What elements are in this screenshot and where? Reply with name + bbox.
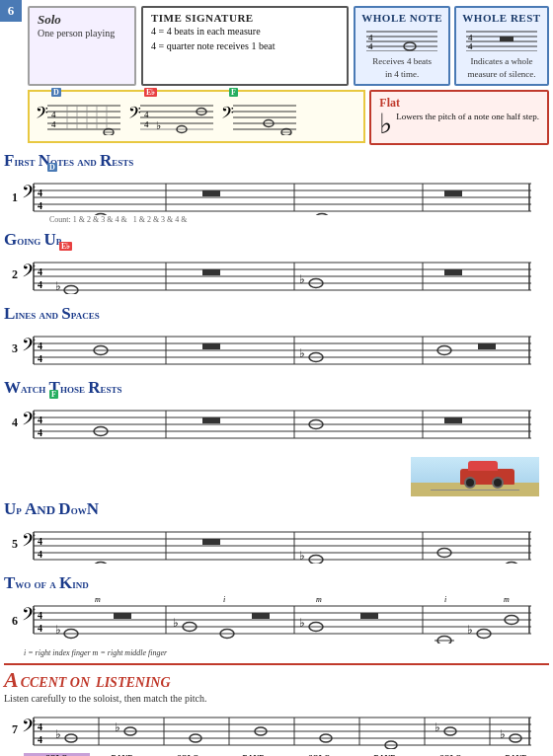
- staff-7: 𝄢 4 4: [20, 706, 549, 753]
- row-2-num: 2: [4, 267, 18, 282]
- svg-text:4: 4: [51, 110, 56, 119]
- flat-symbol: ♭: [379, 111, 392, 138]
- svg-text:4: 4: [468, 41, 473, 51]
- solo-box-title: Solo: [38, 12, 126, 28]
- section-two-kind-title: Two of a Kind: [4, 573, 549, 593]
- whole-note-title: Whole Note: [361, 12, 442, 24]
- svg-text:m: m: [316, 595, 322, 604]
- finger-note: i = right index finger m = right middle …: [24, 648, 549, 657]
- row-7-num: 7: [4, 722, 18, 737]
- svg-text:𝄢: 𝄢: [221, 104, 234, 125]
- row-4: 4 F 𝄢 4 4: [4, 399, 549, 446]
- whole-note-body: Receives 4 beats in 4 time.: [361, 55, 442, 80]
- flat-body: Lowers the pitch of a note one half step…: [396, 111, 539, 123]
- time-sig-box: Time Signature 4 = 4 beats in each measu…: [141, 6, 349, 86]
- staff-2-svg: 𝄢 4 4 ♭: [20, 251, 533, 294]
- accent-listening-text: LISTENING: [96, 675, 170, 691]
- svg-text:4: 4: [38, 623, 42, 634]
- svg-text:♭: ♭: [55, 727, 61, 741]
- svg-text:i: i: [444, 595, 446, 604]
- svg-text:m: m: [504, 595, 510, 604]
- svg-text:m: m: [95, 595, 101, 604]
- section-up-down: Up AND DowN 5 𝄢 4 4: [4, 499, 549, 567]
- car-roof: [468, 461, 498, 471]
- row-6-num: 6: [4, 614, 18, 629]
- svg-text:♭: ♭: [299, 346, 305, 360]
- staff-6: 𝄢 4 4 m i m i: [20, 594, 549, 647]
- row-7: 7 𝄢 4 4: [4, 706, 549, 753]
- section-first-notes-title: First Notes and Rests: [4, 151, 549, 171]
- flat-box: Flat ♭ Lowers the pitch of a note one ha…: [369, 90, 549, 145]
- svg-rect-140: [202, 539, 220, 545]
- section-lines-spaces-title: Lines and Spaces: [4, 304, 549, 324]
- page-number: 6: [0, 0, 22, 22]
- whole-rest-staff: 4 4: [462, 24, 541, 51]
- eb-staff-example: 𝄢 4 4 ♭: [126, 96, 215, 135]
- svg-rect-69: [444, 190, 462, 196]
- accent-title-row: A CCENT ON LISTENING: [4, 667, 549, 693]
- svg-text:4: 4: [38, 279, 42, 290]
- svg-point-175: [437, 637, 451, 644]
- whole-note-staff: 4 4: [362, 24, 441, 51]
- svg-text:4: 4: [38, 200, 42, 211]
- svg-text:𝄢: 𝄢: [36, 104, 48, 125]
- svg-rect-103: [202, 343, 220, 349]
- section-watch-rests-title: Watch Those Rests: [4, 378, 549, 398]
- svg-text:4: 4: [368, 41, 373, 51]
- svg-text:𝄢: 𝄢: [128, 104, 141, 125]
- svg-text:4: 4: [38, 415, 42, 425]
- car-illustration: [4, 442, 539, 496]
- whole-rest-box: Whole Rest 4 4 I: [454, 6, 549, 86]
- staff-4-svg: 𝄢 4 4: [20, 399, 533, 442]
- svg-rect-66: [202, 190, 220, 196]
- section-going-up: Going Up 2 E♭ 𝄢 4 4: [4, 230, 549, 298]
- row-1: 1 D 𝄢 4 4: [4, 172, 549, 224]
- whole-note-box: Whole Note 4 4 R: [354, 6, 450, 86]
- time-sig-body: 4 = 4 beats in each measure 4 = quarter …: [151, 24, 339, 53]
- staff-4: F 𝄢 4 4: [20, 399, 549, 446]
- svg-text:♭: ♭: [55, 623, 61, 637]
- staff-1-svg: 𝄢 4 4: [20, 172, 533, 215]
- d-staff-example: 𝄢 4 4: [34, 96, 122, 135]
- svg-point-68: [315, 214, 329, 216]
- time-sig-title: Time Signature: [151, 12, 339, 24]
- staff-3-svg: 𝄢 4 4: [20, 325, 533, 368]
- svg-text:♭: ♭: [115, 720, 120, 734]
- staff-5: 𝄢 4 4: [20, 520, 549, 567]
- whole-rest-title: Whole Rest: [462, 12, 541, 24]
- staff-7-svg: 𝄢 4 4: [20, 706, 533, 749]
- svg-text:♭: ♭: [434, 720, 440, 734]
- solo-box-body: One person playing: [38, 28, 126, 38]
- svg-text:4: 4: [38, 353, 42, 364]
- svg-text:♭: ♭: [55, 279, 61, 293]
- accent-section: A CCENT ON LISTENING Listen carefully to…: [4, 663, 549, 756]
- section-watch-rests: Watch Those Rests 4 F 𝄢 4 4: [4, 378, 549, 446]
- staff-3: 𝄢 4 4: [20, 325, 549, 372]
- svg-point-139: [94, 563, 108, 565]
- svg-point-145: [505, 563, 518, 565]
- accent-title-text: CCENT ON: [21, 675, 90, 691]
- page: 6 Solo One person playing Time Signature…: [0, 0, 553, 756]
- staff-2: E♭ 𝄢 4 4 ♭: [20, 251, 549, 298]
- svg-text:4: 4: [38, 266, 42, 277]
- svg-text:i: i: [223, 595, 225, 604]
- d-label: D: [51, 88, 61, 97]
- svg-rect-166: [114, 613, 131, 619]
- svg-text:♭: ♭: [156, 119, 161, 131]
- f-staff-example: 𝄢: [219, 96, 298, 135]
- svg-text:♭: ♭: [299, 616, 305, 630]
- eb-note-label-2: E♭: [59, 242, 72, 251]
- svg-text:4: 4: [38, 188, 42, 198]
- eb-label: E♭: [144, 88, 157, 97]
- staff-1: D 𝄢 4 4: [20, 172, 549, 224]
- section-up-down-title: Up AND DowN: [4, 499, 549, 519]
- staff-6-svg: 𝄢 4 4 m i m i: [20, 594, 533, 643]
- svg-text:4: 4: [38, 734, 42, 745]
- svg-text:4: 4: [144, 119, 149, 129]
- section-two-kind: Two of a Kind 6 𝄢 4 4: [4, 573, 549, 657]
- solo-box: Solo One person playing: [28, 6, 136, 86]
- svg-text:♭: ♭: [173, 616, 179, 630]
- svg-rect-107: [478, 343, 496, 349]
- f-label: F: [229, 88, 238, 97]
- svg-text:♭: ♭: [467, 623, 473, 637]
